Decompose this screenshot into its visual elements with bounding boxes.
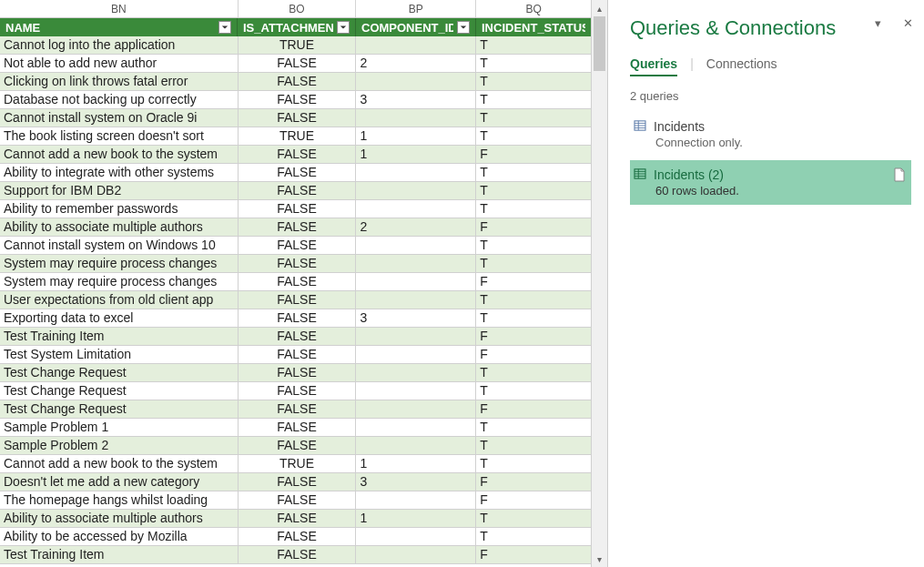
cell-component-ids[interactable]: 3 [356, 473, 476, 491]
table-row[interactable]: Sample Problem 2FALSET [0, 437, 591, 455]
table-row[interactable]: Cannot install system on Windows 10FALSE… [0, 237, 591, 255]
table-row[interactable]: User expectations from old client appFAL… [0, 291, 591, 309]
cell-is-attachments[interactable]: FALSE [239, 328, 357, 345]
cell-incident-status[interactable]: T [476, 309, 591, 327]
scroll-up-icon[interactable]: ▴ [592, 0, 607, 16]
table-row[interactable]: The book listing screen doesn't sortTRUE… [0, 127, 591, 146]
cell-incident-status[interactable]: T [476, 291, 591, 309]
table-row[interactable]: Test Training ItemFALSEF [0, 546, 591, 564]
cell-incident-status[interactable]: T [476, 164, 591, 181]
cell-name[interactable]: Doesn't let me add a new category [0, 473, 239, 491]
cell-incident-status[interactable]: T [476, 127, 591, 145]
cell-component-ids[interactable] [356, 200, 476, 218]
cell-component-ids[interactable] [356, 255, 476, 272]
table-row[interactable]: Ability to integrate with other systemsF… [0, 164, 591, 182]
scrollbar-thumb[interactable] [594, 16, 605, 71]
cell-name[interactable]: Ability to be accessed by Mozilla [0, 528, 239, 545]
cell-is-attachments[interactable]: FALSE [239, 91, 357, 108]
cell-incident-status[interactable]: T [476, 255, 591, 272]
cell-name[interactable]: System may require process changes [0, 273, 239, 290]
cell-component-ids[interactable] [356, 164, 476, 181]
close-icon[interactable]: ✕ [903, 16, 913, 30]
cell-incident-status[interactable]: T [476, 455, 591, 472]
cell-name[interactable]: Test Change Request [0, 382, 239, 400]
header-component-ids[interactable]: COMPONENT_IDS [356, 18, 476, 36]
table-row[interactable]: Exporting data to excelFALSE3T [0, 309, 591, 328]
table-row[interactable]: Test Change RequestFALSET [0, 382, 591, 400]
cell-is-attachments[interactable]: FALSE [239, 309, 357, 327]
cell-incident-status[interactable]: F [476, 473, 591, 491]
cell-name[interactable]: Ability to associate multiple authors [0, 510, 239, 527]
cell-component-ids[interactable]: 1 [356, 455, 476, 472]
cell-name[interactable]: Test Change Request [0, 364, 239, 381]
table-row[interactable]: Ability to associate multiple authorsFAL… [0, 510, 591, 528]
cell-incident-status[interactable]: F [476, 328, 591, 345]
cell-is-attachments[interactable]: TRUE [239, 127, 357, 145]
panel-menu-icon[interactable]: ▾ [875, 16, 881, 30]
table-row[interactable]: Sample Problem 1FALSET [0, 419, 591, 437]
cell-name[interactable]: Clicking on link throws fatal error [0, 73, 239, 90]
cell-name[interactable]: Ability to remember passwords [0, 200, 239, 218]
cell-is-attachments[interactable]: FALSE [239, 491, 357, 509]
cell-is-attachments[interactable]: FALSE [239, 473, 357, 491]
cell-component-ids[interactable]: 3 [356, 91, 476, 108]
cell-name[interactable]: The book listing screen doesn't sort [0, 127, 239, 145]
cell-is-attachments[interactable]: FALSE [239, 291, 357, 309]
cell-is-attachments[interactable]: FALSE [239, 73, 357, 90]
table-row[interactable]: Ability to be accessed by MozillaFALSET [0, 528, 591, 546]
table-row[interactable]: Cannot add a new book to the systemTRUE1… [0, 455, 591, 473]
filter-dropdown-icon[interactable] [337, 21, 350, 34]
table-row[interactable]: Ability to associate multiple authorsFAL… [0, 218, 591, 237]
cell-incident-status[interactable]: F [476, 273, 591, 290]
cell-component-ids[interactable] [356, 364, 476, 381]
query-item[interactable]: IncidentsConnection only. [630, 112, 911, 157]
cell-component-ids[interactable]: 2 [356, 218, 476, 236]
col-header-bo[interactable]: BO [239, 0, 357, 17]
cell-is-attachments[interactable]: FALSE [239, 255, 357, 272]
cell-incident-status[interactable]: T [476, 109, 591, 127]
col-header-bq[interactable]: BQ [476, 0, 591, 17]
query-item[interactable]: Incidents (2)60 rows loaded. [630, 160, 911, 205]
table-row[interactable]: Test Training ItemFALSEF [0, 328, 591, 346]
cell-component-ids[interactable] [356, 328, 476, 345]
cell-is-attachments[interactable]: FALSE [239, 109, 357, 127]
cell-name[interactable]: User expectations from old client app [0, 291, 239, 309]
cell-name[interactable]: System may require process changes [0, 255, 239, 272]
cell-incident-status[interactable]: T [476, 91, 591, 108]
cell-incident-status[interactable]: T [476, 382, 591, 400]
cell-component-ids[interactable] [356, 109, 476, 127]
col-header-bn[interactable]: BN [0, 0, 239, 17]
cell-incident-status[interactable]: T [476, 55, 591, 72]
cell-component-ids[interactable]: 1 [356, 146, 476, 163]
table-row[interactable]: Cannot log into the applicationTRUET [0, 36, 591, 55]
table-row[interactable]: Ability to remember passwordsFALSET [0, 200, 591, 218]
cell-incident-status[interactable]: F [476, 546, 591, 563]
cell-incident-status[interactable]: F [476, 400, 591, 418]
cell-is-attachments[interactable]: TRUE [239, 36, 357, 54]
cell-incident-status[interactable]: T [476, 528, 591, 545]
cell-name[interactable]: Database not backing up correctly [0, 91, 239, 108]
filter-dropdown-icon[interactable] [218, 21, 231, 34]
table-row[interactable]: Cannot add a new book to the systemFALSE… [0, 146, 591, 164]
header-is-attachments[interactable]: IS_ATTACHMENTS [238, 18, 356, 36]
cell-is-attachments[interactable]: TRUE [239, 455, 357, 472]
cell-name[interactable]: Ability to associate multiple authors [0, 218, 239, 236]
table-row[interactable]: The homepage hangs whilst loadingFALSEF [0, 491, 591, 510]
cell-incident-status[interactable]: F [476, 146, 591, 163]
table-row[interactable]: Test System LimitationFALSEF [0, 346, 591, 364]
cell-name[interactable]: Cannot add a new book to the system [0, 455, 239, 472]
cell-component-ids[interactable] [356, 491, 476, 509]
cell-incident-status[interactable]: T [476, 36, 591, 54]
cell-name[interactable]: Ability to integrate with other systems [0, 164, 239, 181]
tab-connections[interactable]: Connections [706, 56, 777, 76]
cell-name[interactable]: Test Training Item [0, 546, 239, 563]
table-row[interactable]: Test Change RequestFALSEF [0, 400, 591, 419]
tab-queries[interactable]: Queries [630, 56, 677, 76]
cell-name[interactable]: Cannot add a new book to the system [0, 146, 239, 163]
cell-is-attachments[interactable]: FALSE [239, 273, 357, 290]
cell-is-attachments[interactable]: FALSE [239, 419, 357, 436]
header-incident-status[interactable]: INCIDENT_STATUS [476, 18, 591, 36]
cell-component-ids[interactable] [356, 382, 476, 400]
table-row[interactable]: System may require process changesFALSET [0, 255, 591, 273]
cell-incident-status[interactable]: F [476, 346, 591, 363]
